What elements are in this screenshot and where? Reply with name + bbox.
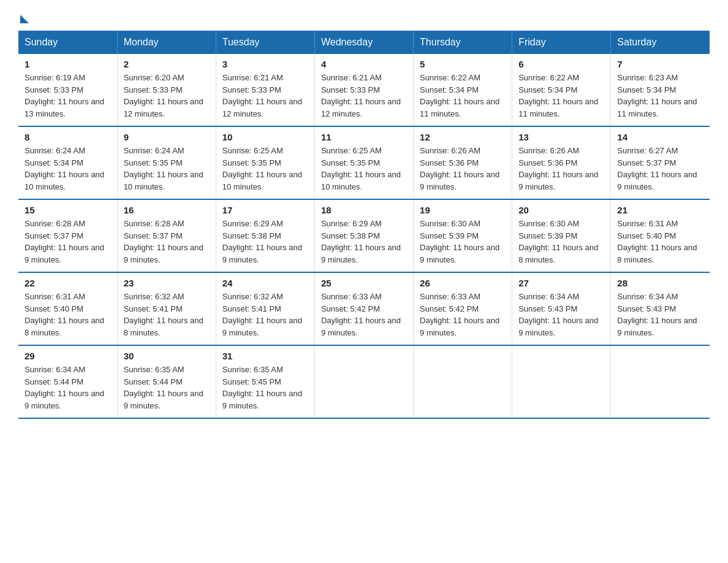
day-info: Sunrise: 6:29 AMSunset: 5:38 PMDaylight:…	[321, 218, 407, 266]
calendar-cell: 18 Sunrise: 6:29 AMSunset: 5:38 PMDaylig…	[314, 199, 413, 272]
day-info: Sunrise: 6:24 AMSunset: 5:34 PMDaylight:…	[25, 145, 111, 193]
calendar-cell: 3 Sunrise: 6:21 AMSunset: 5:33 PMDayligh…	[216, 54, 314, 126]
calendar-cell: 4 Sunrise: 6:21 AMSunset: 5:33 PMDayligh…	[314, 54, 413, 126]
calendar-cell	[512, 345, 611, 418]
day-number: 8	[25, 132, 111, 142]
day-number: 31	[222, 351, 308, 361]
calendar-cell: 2 Sunrise: 6:20 AMSunset: 5:33 PMDayligh…	[117, 54, 216, 126]
day-info: Sunrise: 6:32 AMSunset: 5:41 PMDaylight:…	[222, 291, 308, 339]
day-number: 17	[222, 205, 308, 215]
header-wednesday: Wednesday	[314, 31, 413, 54]
calendar-cell: 17 Sunrise: 6:29 AMSunset: 5:38 PMDaylig…	[216, 199, 314, 272]
calendar-cell: 10 Sunrise: 6:25 AMSunset: 5:35 PMDaylig…	[216, 126, 314, 199]
day-info: Sunrise: 6:34 AMSunset: 5:43 PMDaylight:…	[518, 291, 604, 339]
logo	[18, 12, 29, 21]
day-info: Sunrise: 6:31 AMSunset: 5:40 PMDaylight:…	[25, 291, 111, 339]
day-info: Sunrise: 6:32 AMSunset: 5:41 PMDaylight:…	[124, 291, 210, 339]
header-thursday: Thursday	[414, 31, 512, 54]
day-number: 19	[420, 205, 506, 215]
day-number: 11	[321, 132, 407, 142]
day-number: 13	[518, 132, 604, 142]
day-info: Sunrise: 6:33 AMSunset: 5:42 PMDaylight:…	[420, 291, 506, 339]
calendar-cell: 21 Sunrise: 6:31 AMSunset: 5:40 PMDaylig…	[611, 199, 710, 272]
day-number: 5	[420, 59, 506, 69]
day-info: Sunrise: 6:19 AMSunset: 5:33 PMDaylight:…	[25, 72, 111, 120]
header-tuesday: Tuesday	[216, 31, 314, 54]
calendar-cell	[314, 345, 413, 418]
day-number: 30	[124, 351, 210, 361]
day-number: 7	[617, 59, 703, 69]
calendar-cell: 5 Sunrise: 6:22 AMSunset: 5:34 PMDayligh…	[414, 54, 512, 126]
day-info: Sunrise: 6:27 AMSunset: 5:37 PMDaylight:…	[617, 145, 703, 193]
calendar-cell: 28 Sunrise: 6:34 AMSunset: 5:43 PMDaylig…	[611, 272, 710, 345]
calendar-cell: 12 Sunrise: 6:26 AMSunset: 5:36 PMDaylig…	[414, 126, 512, 199]
day-info: Sunrise: 6:30 AMSunset: 5:39 PMDaylight:…	[518, 218, 604, 266]
day-number: 18	[321, 205, 407, 215]
calendar-cell: 20 Sunrise: 6:30 AMSunset: 5:39 PMDaylig…	[512, 199, 611, 272]
calendar-cell: 1 Sunrise: 6:19 AMSunset: 5:33 PMDayligh…	[18, 54, 117, 126]
day-number: 14	[617, 132, 703, 142]
calendar-header-row: SundayMondayTuesdayWednesdayThursdayFrid…	[18, 31, 710, 54]
day-number: 2	[124, 59, 210, 69]
day-info: Sunrise: 6:30 AMSunset: 5:39 PMDaylight:…	[420, 218, 506, 266]
day-info: Sunrise: 6:34 AMSunset: 5:44 PMDaylight:…	[25, 364, 111, 412]
calendar-cell: 23 Sunrise: 6:32 AMSunset: 5:41 PMDaylig…	[117, 272, 216, 345]
day-info: Sunrise: 6:28 AMSunset: 5:37 PMDaylight:…	[124, 218, 210, 266]
day-number: 9	[124, 132, 210, 142]
calendar-cell: 19 Sunrise: 6:30 AMSunset: 5:39 PMDaylig…	[414, 199, 512, 272]
calendar-cell: 7 Sunrise: 6:23 AMSunset: 5:34 PMDayligh…	[611, 54, 710, 126]
day-info: Sunrise: 6:25 AMSunset: 5:35 PMDaylight:…	[222, 145, 308, 193]
day-info: Sunrise: 6:22 AMSunset: 5:34 PMDaylight:…	[420, 72, 506, 120]
header-friday: Friday	[512, 31, 611, 54]
day-info: Sunrise: 6:20 AMSunset: 5:33 PMDaylight:…	[124, 72, 210, 120]
calendar-week-row: 1 Sunrise: 6:19 AMSunset: 5:33 PMDayligh…	[18, 54, 710, 126]
day-number: 4	[321, 59, 407, 69]
calendar-table: SundayMondayTuesdayWednesdayThursdayFrid…	[18, 31, 710, 419]
calendar-cell: 8 Sunrise: 6:24 AMSunset: 5:34 PMDayligh…	[18, 126, 117, 199]
day-number: 29	[25, 351, 111, 361]
calendar-cell: 30 Sunrise: 6:35 AMSunset: 5:44 PMDaylig…	[117, 345, 216, 418]
day-number: 6	[518, 59, 604, 69]
day-info: Sunrise: 6:31 AMSunset: 5:40 PMDaylight:…	[617, 218, 703, 266]
calendar-cell: 15 Sunrise: 6:28 AMSunset: 5:37 PMDaylig…	[18, 199, 117, 272]
calendar-cell: 22 Sunrise: 6:31 AMSunset: 5:40 PMDaylig…	[18, 272, 117, 345]
day-number: 26	[420, 278, 506, 288]
calendar-cell	[414, 345, 512, 418]
calendar-cell: 13 Sunrise: 6:26 AMSunset: 5:36 PMDaylig…	[512, 126, 611, 199]
day-number: 3	[222, 59, 308, 69]
logo-triangle-icon	[20, 15, 29, 23]
header-saturday: Saturday	[611, 31, 710, 54]
calendar-week-row: 15 Sunrise: 6:28 AMSunset: 5:37 PMDaylig…	[18, 199, 710, 272]
calendar-week-row: 29 Sunrise: 6:34 AMSunset: 5:44 PMDaylig…	[18, 345, 710, 418]
day-number: 21	[617, 205, 703, 215]
day-info: Sunrise: 6:25 AMSunset: 5:35 PMDaylight:…	[321, 145, 407, 193]
day-info: Sunrise: 6:26 AMSunset: 5:36 PMDaylight:…	[420, 145, 506, 193]
calendar-cell: 29 Sunrise: 6:34 AMSunset: 5:44 PMDaylig…	[18, 345, 117, 418]
day-number: 1	[25, 59, 111, 69]
calendar-cell: 14 Sunrise: 6:27 AMSunset: 5:37 PMDaylig…	[611, 126, 710, 199]
calendar-cell: 6 Sunrise: 6:22 AMSunset: 5:34 PMDayligh…	[512, 54, 611, 126]
day-info: Sunrise: 6:21 AMSunset: 5:33 PMDaylight:…	[321, 72, 407, 120]
calendar-cell: 26 Sunrise: 6:33 AMSunset: 5:42 PMDaylig…	[414, 272, 512, 345]
day-number: 16	[124, 205, 210, 215]
day-info: Sunrise: 6:34 AMSunset: 5:43 PMDaylight:…	[617, 291, 703, 339]
day-info: Sunrise: 6:29 AMSunset: 5:38 PMDaylight:…	[222, 218, 308, 266]
page-header	[18, 12, 710, 21]
day-number: 22	[25, 278, 111, 288]
calendar-week-row: 8 Sunrise: 6:24 AMSunset: 5:34 PMDayligh…	[18, 126, 710, 199]
day-number: 25	[321, 278, 407, 288]
calendar-cell: 11 Sunrise: 6:25 AMSunset: 5:35 PMDaylig…	[314, 126, 413, 199]
day-info: Sunrise: 6:28 AMSunset: 5:37 PMDaylight:…	[25, 218, 111, 266]
header-sunday: Sunday	[18, 31, 117, 54]
calendar-cell: 25 Sunrise: 6:33 AMSunset: 5:42 PMDaylig…	[314, 272, 413, 345]
calendar-cell: 9 Sunrise: 6:24 AMSunset: 5:35 PMDayligh…	[117, 126, 216, 199]
day-number: 27	[518, 278, 604, 288]
calendar-cell: 31 Sunrise: 6:35 AMSunset: 5:45 PMDaylig…	[216, 345, 314, 418]
calendar-week-row: 22 Sunrise: 6:31 AMSunset: 5:40 PMDaylig…	[18, 272, 710, 345]
day-info: Sunrise: 6:22 AMSunset: 5:34 PMDaylight:…	[518, 72, 604, 120]
calendar-cell: 27 Sunrise: 6:34 AMSunset: 5:43 PMDaylig…	[512, 272, 611, 345]
day-number: 20	[518, 205, 604, 215]
day-info: Sunrise: 6:26 AMSunset: 5:36 PMDaylight:…	[518, 145, 604, 193]
day-number: 23	[124, 278, 210, 288]
day-number: 12	[420, 132, 506, 142]
